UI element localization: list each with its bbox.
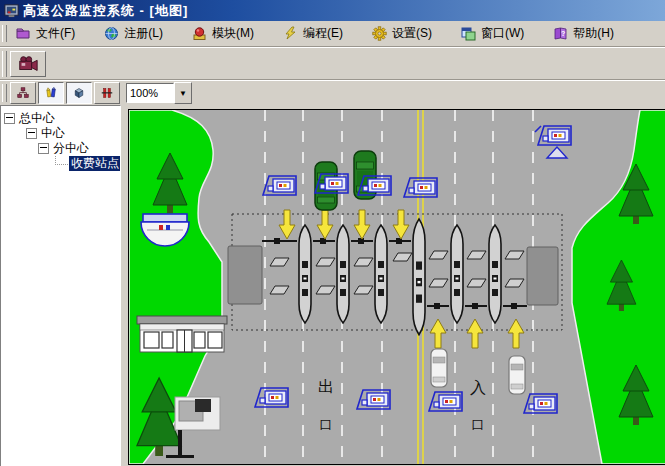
menu-register[interactable]: 注册(L) [98, 23, 169, 44]
tree-item-label-selected[interactable]: 收费站点 [69, 156, 121, 171]
entrance-label-char2: 口 [472, 417, 485, 432]
menu-bar: 文件(F) 注册(L) 模块(M) 编程(E) [0, 21, 665, 47]
map-pane: 出 口 入 口 [121, 105, 665, 466]
toll-island [375, 225, 387, 323]
toolbar-main-grip[interactable] [2, 51, 7, 77]
menu-window-label: 窗口(W) [481, 25, 524, 42]
zoom-dropdown-button[interactable]: ▼ [174, 82, 192, 104]
collapse-box-icon[interactable] [4, 113, 15, 124]
menu-grip[interactable] [2, 25, 7, 42]
menu-module[interactable]: 模块(M) [186, 23, 260, 44]
zoom-combo: ▼ [126, 82, 192, 104]
menu-program[interactable]: 编程(E) [277, 23, 349, 44]
barrier-block-left [228, 246, 262, 304]
collapse-box-icon[interactable] [26, 128, 37, 139]
menu-module-label: 模块(M) [212, 25, 254, 42]
window-icon [461, 26, 476, 41]
gate-pillars-button[interactable] [94, 82, 120, 104]
toll-island [489, 225, 501, 323]
zoom-input[interactable] [126, 83, 174, 103]
tree-item-headquarters[interactable]: 总中心 [1, 111, 120, 126]
toll-office-building [137, 316, 227, 352]
video-camera-button[interactable] [10, 51, 46, 77]
program-lightning-icon [283, 26, 298, 41]
svg-text:?: ? [561, 30, 565, 37]
exit-label-char1: 出 [318, 378, 334, 395]
tree-connector [55, 156, 68, 165]
collapse-box-icon[interactable] [38, 143, 49, 154]
draw-pens-icon [45, 85, 57, 101]
tree-item-label[interactable]: 分中心 [53, 141, 89, 156]
settings-gear-icon [372, 26, 387, 41]
camcorder-icon [17, 55, 39, 73]
menu-window[interactable]: 窗口(W) [455, 23, 530, 44]
tree-item-center[interactable]: 中心 [1, 126, 120, 141]
org-tree-button[interactable] [10, 82, 36, 104]
cube-3d-icon [73, 85, 85, 101]
module-icon [192, 26, 207, 41]
gate-pillars-icon [101, 85, 113, 101]
menu-help-label: 帮助(H) [573, 25, 614, 42]
tree-item-subcenter[interactable]: 分中心 [1, 141, 120, 156]
exit-label-char2: 口 [320, 417, 333, 432]
tree-item-toll-station[interactable]: 收费站点 [1, 156, 120, 171]
tree-item-label[interactable]: 总中心 [19, 111, 55, 126]
toll-island-center [413, 219, 425, 335]
draw-pens-button[interactable] [38, 82, 64, 104]
register-globe-icon [104, 26, 119, 41]
toll-island [337, 225, 349, 323]
toll-island [451, 225, 463, 323]
toolbar-view: ▼ [0, 80, 665, 105]
menu-file[interactable]: 文件(F) [10, 23, 81, 44]
menu-program-label: 编程(E) [303, 25, 343, 42]
menu-settings-label: 设置(S) [392, 25, 432, 42]
tree-item-label[interactable]: 中心 [41, 126, 65, 141]
barrier-block-right [527, 247, 558, 305]
menu-register-label: 注册(L) [124, 25, 163, 42]
window-title: 高速公路监控系统 - [地图] [23, 2, 188, 20]
white-car [509, 356, 525, 394]
help-book-icon: ? [553, 26, 568, 41]
toolbar-main [0, 47, 665, 80]
app-window: 高速公路监控系统 - [地图] 文件(F) 注册(L) [0, 0, 665, 466]
chevron-down-icon: ▼ [179, 89, 187, 98]
entrance-label-char1: 入 [470, 379, 486, 396]
menu-file-label: 文件(F) [36, 25, 75, 42]
menu-settings[interactable]: 设置(S) [366, 23, 438, 44]
title-bar[interactable]: 高速公路监控系统 - [地图] [0, 0, 665, 21]
tree-panel: 总中心 中心 分中心 收费站点 [0, 105, 121, 466]
menu-help[interactable]: ? 帮助(H) [547, 23, 620, 44]
toll-island [299, 225, 311, 323]
white-car [431, 349, 447, 387]
org-tree-icon [17, 85, 29, 101]
app-icon[interactable] [4, 3, 19, 18]
cube-3d-button[interactable] [66, 82, 92, 104]
content-area: 总中心 中心 分中心 收费站点 [0, 105, 665, 466]
map-canvas[interactable]: 出 口 入 口 [128, 109, 665, 465]
toolbar-view-grip[interactable] [2, 84, 7, 102]
file-icon [16, 26, 31, 41]
